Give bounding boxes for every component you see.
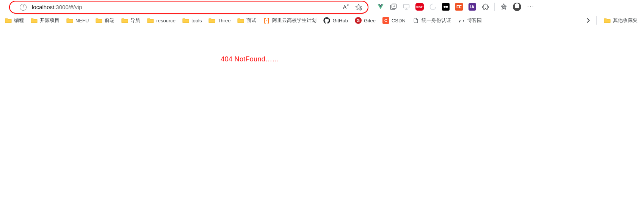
bookmark-label: NEFU: [75, 18, 89, 23]
not-found-text: 404 NotFound……: [221, 55, 279, 63]
bookmark-label: Gitee: [364, 18, 376, 23]
bookmark-item-13[interactable]: 统一身份认证: [409, 15, 454, 26]
svg-rect-6: [404, 4, 409, 8]
url-rest: :3000/#/vip: [54, 4, 82, 10]
address-url[interactable]: localhost:3000/#/vip: [32, 4, 337, 10]
document-icon: [412, 17, 419, 24]
collections-icon[interactable]: [390, 3, 397, 11]
other-bookmarks-folder[interactable]: 其他收藏夹: [600, 15, 641, 26]
csdn-icon: C: [382, 17, 389, 24]
other-bookmarks-label: 其他收藏夹: [613, 17, 638, 24]
bookmark-label: CSDN: [392, 18, 406, 23]
folder-icon: [147, 18, 154, 23]
svg-rect-9: [443, 4, 449, 10]
svg-point-11: [446, 6, 448, 8]
extensions-row: ABP FE IA ···: [377, 3, 536, 11]
bookmark-label: 编程: [14, 17, 24, 24]
bookmark-label: 阿里云高校学生计划: [272, 17, 317, 24]
folder-icon: [237, 18, 244, 23]
site-info-icon[interactable]: i: [20, 4, 27, 11]
bookmark-label: 前端: [105, 17, 114, 24]
read-aloud-icon[interactable]: A»: [342, 3, 349, 11]
favorite-star-icon[interactable]: [355, 3, 362, 11]
ia-extension-icon[interactable]: IA: [469, 3, 476, 11]
bookmark-item-10[interactable]: GitHub: [320, 15, 351, 26]
bookmark-item-9[interactable]: [-]阿里云高校学生计划: [260, 15, 320, 26]
profile-avatar[interactable]: [513, 3, 521, 11]
bookmark-item-14[interactable]: 博客园: [454, 15, 485, 26]
dark-extension-icon[interactable]: [442, 3, 450, 11]
address-bar[interactable]: i localhost:3000/#/vip A»: [9, 1, 368, 14]
gitee-icon: G: [355, 17, 362, 24]
bookmark-item-6[interactable]: tools: [179, 15, 205, 26]
folder-icon: [96, 18, 102, 23]
bookmark-item-5[interactable]: resource: [144, 15, 179, 26]
toolbar-divider: [494, 3, 495, 11]
more-menu-icon[interactable]: ···: [526, 3, 536, 10]
screenshot-icon[interactable]: [403, 3, 410, 11]
aliyun-icon: [-]: [263, 17, 270, 24]
folder-icon: [182, 18, 189, 23]
extensions-menu-icon[interactable]: [481, 3, 489, 11]
bookmark-label: tools: [191, 18, 202, 23]
bookmark-label: 开源项目: [40, 17, 60, 24]
bookmarks-bar: 编程开源项目NEFU前端导航resourcetoolsThree面试[-]阿里云…: [0, 14, 644, 27]
bookmark-item-2[interactable]: NEFU: [63, 15, 92, 26]
page-content: 404 NotFound……: [0, 27, 644, 63]
svg-point-10: [443, 6, 446, 8]
loading-extension-icon[interactable]: [429, 3, 437, 11]
bookmark-item-12[interactable]: CCSDN: [379, 15, 409, 26]
url-host: localhost: [32, 4, 54, 10]
bookmark-item-8[interactable]: 面试: [234, 15, 260, 26]
address-bar-actions: A»: [342, 3, 362, 11]
bookmark-label: resource: [156, 18, 175, 23]
bookmark-item-1[interactable]: 开源项目: [27, 15, 63, 26]
bookmark-label: 博客园: [467, 17, 482, 24]
folder-icon: [208, 18, 215, 23]
bookmark-label: Three: [218, 18, 230, 23]
bookmark-item-11[interactable]: GGitee: [351, 15, 379, 26]
folder-icon: [66, 18, 73, 23]
adblock-plus-icon[interactable]: ABP: [415, 3, 424, 11]
bookmark-label: 面试: [246, 17, 256, 24]
bookmark-item-7[interactable]: Three: [205, 15, 234, 26]
bookmark-item-3[interactable]: 前端: [92, 15, 118, 26]
favorites-shortcut-icon[interactable]: [500, 3, 508, 11]
github-icon: [323, 17, 330, 24]
fe-helper-icon[interactable]: FE: [455, 3, 463, 11]
vue-devtools-icon[interactable]: [377, 3, 384, 11]
bookmarks-overflow: 其他收藏夹: [584, 15, 642, 26]
bookmark-item-4[interactable]: 导航: [118, 15, 144, 26]
folder-icon: [604, 18, 611, 23]
folder-icon: [31, 18, 38, 23]
bookmark-label: GitHub: [332, 18, 348, 23]
folder-icon: [5, 18, 12, 23]
folder-icon: [121, 18, 128, 23]
bookmark-item-0[interactable]: 编程: [2, 15, 27, 26]
bookmark-label: 统一身份认证: [421, 17, 451, 24]
bookmark-label: 导航: [130, 17, 140, 24]
bookmarks-divider: [596, 16, 597, 25]
cnblogs-icon: [458, 17, 465, 24]
bookmarks-scroll-right-icon[interactable]: [584, 16, 592, 25]
browser-toolbar: i localhost:3000/#/vip A»: [0, 0, 644, 14]
